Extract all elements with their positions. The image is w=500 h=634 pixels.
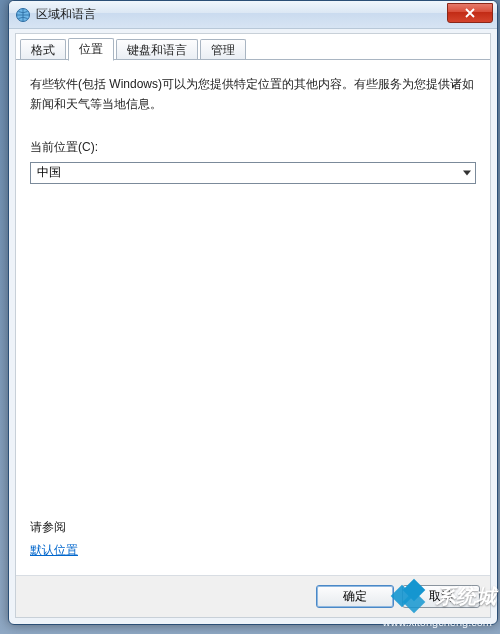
tab-label: 位置: [79, 41, 103, 58]
dropdown-value: 中国: [37, 164, 61, 181]
tab-location[interactable]: 位置: [68, 38, 114, 61]
window-title: 区域和语言: [36, 6, 447, 23]
default-location-link[interactable]: 默认位置: [30, 543, 78, 557]
close-button[interactable]: [447, 3, 493, 23]
tab-label: 管理: [211, 42, 235, 59]
ok-button[interactable]: 确定: [316, 585, 394, 608]
globe-icon: [15, 7, 31, 23]
see-also-label: 请参阅: [30, 519, 78, 536]
cancel-button[interactable]: 取消: [402, 585, 480, 608]
description-text: 有些软件(包括 Windows)可以为您提供特定位置的其他内容。有些服务为您提供…: [30, 74, 476, 115]
tab-label: 格式: [31, 42, 55, 59]
dialog-window: 区域和语言 格式 位置 键盘和语言 管理 有些软件(包括 Windows)可以为…: [8, 0, 498, 625]
close-icon: [465, 8, 475, 18]
button-label: 确定: [343, 588, 367, 605]
current-location-dropdown[interactable]: 中国: [30, 162, 476, 184]
location-panel: 有些软件(包括 Windows)可以为您提供特定位置的其他内容。有些服务为您提供…: [16, 60, 490, 575]
tab-formats[interactable]: 格式: [20, 39, 66, 61]
client-area: 格式 位置 键盘和语言 管理 有些软件(包括 Windows)可以为您提供特定位…: [15, 33, 491, 618]
see-also-section: 请参阅 默认位置: [30, 519, 78, 559]
tab-administrative[interactable]: 管理: [200, 39, 246, 61]
watermark-url: www.xitongcheng.com: [383, 616, 492, 628]
chevron-down-icon: [463, 170, 471, 175]
tab-keyboards-languages[interactable]: 键盘和语言: [116, 39, 198, 61]
button-label: 取消: [429, 588, 453, 605]
tab-strip: 格式 位置 键盘和语言 管理: [16, 34, 490, 60]
titlebar: 区域和语言: [9, 1, 497, 29]
button-row: 确定 取消: [16, 575, 490, 617]
tab-label: 键盘和语言: [127, 42, 187, 59]
current-location-label: 当前位置(C):: [30, 139, 476, 156]
